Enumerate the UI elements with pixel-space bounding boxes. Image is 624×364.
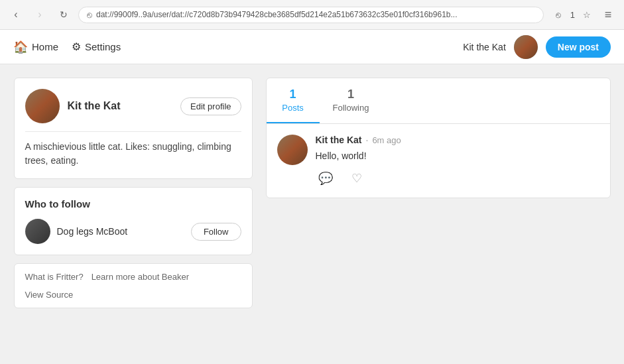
settings-icon: ⚙ <box>72 40 81 53</box>
new-post-button[interactable]: New post <box>546 36 611 58</box>
home-label: Home <box>32 41 58 52</box>
profile-name: Kit the Kat <box>68 100 121 112</box>
forward-button[interactable]: › <box>31 5 49 24</box>
follow-title: Who to follow <box>25 198 241 210</box>
refresh-button[interactable]: ↻ <box>54 5 73 24</box>
url-bar[interactable]: ⎋ dat://9900f9..9a/user/dat://c720d8b73b… <box>78 7 544 23</box>
share-count: 1 <box>570 10 575 20</box>
star-button[interactable]: ☆ <box>578 5 596 24</box>
follow-user: Dog legs McBoot <box>25 219 128 244</box>
nav-home-link[interactable]: 🏠 Home <box>13 40 58 54</box>
post-username: Kit the Kat <box>316 135 362 145</box>
who-to-follow-card: Who to follow Dog legs McBoot Follow <box>14 187 253 255</box>
nav-settings-link[interactable]: ⚙ Settings <box>72 40 121 53</box>
post-item: Kit the Kat · 6m ago Hello, world! 💬 ♡ <box>267 124 610 198</box>
post-text: Hello, world! <box>316 149 599 163</box>
post-avatar <box>277 135 308 165</box>
follow-button[interactable]: Follow <box>191 223 241 241</box>
top-nav: 🏠 Home ⚙ Settings Kit the Kat New post <box>0 30 624 64</box>
post-time: 6m ago <box>372 135 401 145</box>
nav-username[interactable]: Kit the Kat <box>463 42 506 52</box>
nav-left: 🏠 Home ⚙ Settings <box>13 40 463 54</box>
comment-icon: 💬 <box>318 171 333 186</box>
home-icon: 🏠 <box>13 40 28 54</box>
share-icon: ⎋ <box>87 10 92 20</box>
app: 🏠 Home ⚙ Settings Kit the Kat New post <box>0 30 624 364</box>
follow-user-name: Dog legs McBoot <box>57 226 128 237</box>
heart-icon: ♡ <box>351 171 362 186</box>
tab-posts-label: Posts <box>282 103 304 113</box>
tab-posts[interactable]: 1 Posts <box>267 78 320 123</box>
edit-profile-button[interactable]: Edit profile <box>180 97 241 115</box>
profile-bio: A mischievious little cat. Likes: snuggl… <box>25 140 241 168</box>
post-header: Kit the Kat · 6m ago <box>316 135 599 145</box>
nav-right: Kit the Kat New post <box>463 35 611 59</box>
menu-button[interactable]: ≡ <box>599 5 617 24</box>
nav-avatar-img <box>514 35 538 59</box>
like-button[interactable]: ♡ <box>349 170 365 187</box>
footer-card: What is Fritter? Learn more about Beaker… <box>14 263 253 308</box>
browser-chrome: ‹ › ↻ ⎋ dat://9900f9..9a/user/dat://c720… <box>0 0 624 30</box>
main-content: Kit the Kat Edit profile A mischievious … <box>1 64 624 322</box>
footer-link-source[interactable]: View Source <box>25 290 74 300</box>
tab-following-count: 1 <box>347 88 354 101</box>
profile-info: Kit the Kat <box>25 89 121 123</box>
follow-item: Dog legs McBoot Follow <box>25 219 241 244</box>
share-button[interactable]: ⎋ <box>549 5 568 24</box>
tabs: 1 Posts 1 Following <box>267 78 610 124</box>
post-body: Kit the Kat · 6m ago Hello, world! 💬 ♡ <box>316 135 599 187</box>
tab-following-label: Following <box>333 103 369 113</box>
browser-toolbar: ‹ › ↻ ⎋ dat://9900f9..9a/user/dat://c720… <box>0 0 624 29</box>
settings-label: Settings <box>85 41 121 52</box>
browser-action-group: ⎋ 1 ☆ ≡ <box>549 5 617 24</box>
comment-button[interactable]: 💬 <box>316 170 336 187</box>
back-button[interactable]: ‹ <box>7 5 25 24</box>
right-panel: 1 Posts 1 Following Kit the Kat · <box>266 78 611 308</box>
footer-links: What is Fritter? Learn more about Beaker… <box>25 272 241 300</box>
footer-link-fritter[interactable]: What is Fritter? <box>25 272 84 282</box>
left-panel: Kit the Kat Edit profile A mischievious … <box>14 78 253 308</box>
follow-user-avatar <box>25 219 50 244</box>
profile-header: Kit the Kat Edit profile <box>25 89 241 123</box>
tab-following[interactable]: 1 Following <box>320 78 383 123</box>
tab-posts-count: 1 <box>289 88 296 101</box>
nav-avatar[interactable] <box>514 35 538 59</box>
profile-divider <box>25 131 241 132</box>
post-dot: · <box>366 135 369 145</box>
url-text: dat://9900f9..9a/user/dat://c720d8b73b94… <box>96 10 458 19</box>
profile-card: Kit the Kat Edit profile A mischievious … <box>14 78 253 179</box>
posts-card: 1 Posts 1 Following Kit the Kat · <box>266 78 611 198</box>
profile-avatar <box>25 89 60 123</box>
post-actions: 💬 ♡ <box>316 170 599 187</box>
footer-link-beaker[interactable]: Learn more about Beaker <box>92 272 189 282</box>
